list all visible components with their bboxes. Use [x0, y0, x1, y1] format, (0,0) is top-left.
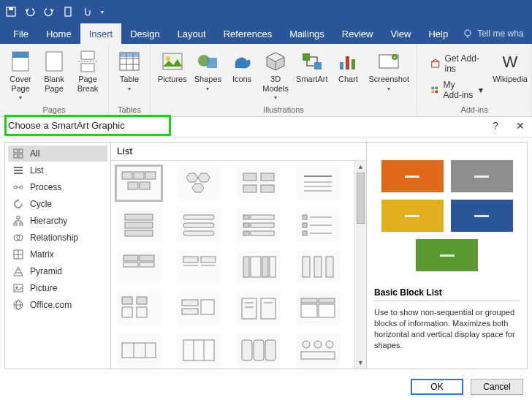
shapes-button[interactable]: Shapes▾	[191, 48, 224, 94]
svg-rect-1	[9, 7, 13, 10]
tab-layout[interactable]: Layout	[169, 23, 215, 44]
table-button[interactable]: Table▾	[113, 48, 145, 94]
touch-mode-button[interactable]	[79, 4, 95, 20]
svg-rect-46	[14, 223, 17, 225]
save-button[interactable]	[3, 4, 19, 20]
my-addins-button[interactable]: My Add-ins ▾	[426, 78, 487, 102]
page-break-button[interactable]: PageBreak	[72, 48, 104, 94]
category-all[interactable]: All	[8, 146, 107, 162]
category-relationship[interactable]: Relationship	[8, 230, 107, 246]
wikipedia-button[interactable]: W Wikipedia	[493, 48, 527, 105]
screenshot-button[interactable]: + Screenshot▾	[365, 48, 412, 94]
dialog-close-button[interactable]: ✕	[513, 120, 528, 135]
scroll-down-arrow[interactable]: ▼	[355, 357, 366, 369]
category-picture[interactable]: Picture	[8, 280, 107, 296]
preview-block	[381, 200, 444, 232]
undo-button[interactable]	[22, 4, 38, 20]
tab-mailings[interactable]: Mailings	[281, 23, 333, 44]
tab-view[interactable]: View	[381, 23, 419, 44]
thumb-square-accent[interactable]	[296, 208, 340, 241]
tab-references[interactable]: References	[215, 23, 281, 44]
thumb-tab-list[interactable]	[237, 208, 281, 241]
tell-me-search[interactable]: Tell me wha	[463, 23, 523, 44]
all-icon	[12, 148, 24, 159]
category-cycle[interactable]: Cycle	[8, 196, 107, 212]
category-hierarchy[interactable]: Hierarchy	[8, 213, 107, 229]
svg-rect-87	[251, 215, 274, 219]
tab-design[interactable]: Design	[121, 23, 168, 44]
svg-rect-135	[242, 340, 252, 361]
tab-insert[interactable]: Insert	[80, 23, 122, 44]
svg-point-140	[326, 341, 333, 348]
thumb-pie-process[interactable]	[237, 250, 281, 283]
tab-help[interactable]: Help	[419, 23, 457, 44]
cover-page-button[interactable]: CoverPage▾	[4, 48, 37, 102]
svg-rect-23	[340, 62, 343, 69]
cancel-button[interactable]: Cancel	[471, 379, 523, 395]
preview-pane: Basic Block List Use to show non-sequent…	[366, 143, 527, 369]
svg-rect-109	[270, 257, 276, 277]
qat-customize-caret[interactable]: ▾	[101, 9, 104, 15]
thumb-trapezoid[interactable]	[237, 333, 281, 366]
thumb-lined-list[interactable]	[296, 167, 340, 200]
thumb-stacked-list[interactable]	[117, 250, 161, 283]
category-matrix[interactable]: Matrix	[8, 246, 107, 263]
thumb-increasing-circle[interactable]	[177, 250, 221, 283]
scroll-up-arrow[interactable]: ▲	[355, 161, 366, 173]
svg-rect-136	[254, 340, 264, 361]
pictures-button[interactable]: Pictures	[155, 48, 190, 86]
thumb-varying-width[interactable]	[177, 208, 221, 241]
svg-rect-137	[265, 340, 276, 361]
svg-rect-111	[314, 257, 322, 277]
thumb-bending-picture[interactable]	[296, 250, 340, 283]
svg-rect-16	[120, 53, 139, 57]
get-addins-button[interactable]: Get Add-ins	[426, 51, 487, 76]
blank-page-button[interactable]: BlankPage	[38, 48, 70, 94]
category-process[interactable]: Process	[8, 179, 107, 195]
svg-rect-20	[207, 58, 217, 68]
thumb-vertical-box[interactable]	[117, 208, 161, 241]
svg-rect-94	[303, 223, 307, 227]
preview-desc: Use to show non-sequential or grouped bl…	[374, 307, 520, 350]
svg-marker-70	[198, 173, 210, 182]
svg-rect-108	[262, 257, 268, 277]
models3d-button[interactable]: 3DModels▾	[259, 48, 292, 102]
svg-marker-71	[192, 184, 204, 192]
thumb-horizontal-bullet[interactable]	[177, 292, 221, 325]
redo-button[interactable]	[41, 4, 57, 20]
tab-review[interactable]: Review	[333, 23, 382, 44]
category-office[interactable]: Office.com	[8, 297, 107, 313]
pyramid-icon	[12, 265, 24, 277]
thumb-segmented[interactable]	[117, 333, 161, 366]
relationship-icon	[12, 232, 24, 244]
chart-button[interactable]: Chart	[332, 48, 364, 86]
svg-point-18	[166, 56, 170, 61]
dialog-help-button[interactable]: ?	[488, 120, 503, 135]
new-doc-button[interactable]	[60, 4, 76, 20]
thumb-basic-block-list[interactable]	[117, 167, 161, 200]
svg-rect-98	[123, 255, 138, 261]
thumb-table-list[interactable]	[296, 292, 340, 325]
svg-rect-141	[301, 352, 335, 359]
thumb-alternating-hex[interactable]	[177, 167, 221, 200]
category-list[interactable]: List	[8, 162, 107, 178]
thumb-vertical-bracket[interactable]	[237, 292, 281, 325]
category-pyramid[interactable]: Pyramid	[8, 263, 107, 279]
icons-button[interactable]: Icons	[226, 48, 258, 86]
svg-rect-110	[303, 257, 310, 277]
tab-home[interactable]: Home	[37, 23, 80, 44]
ok-button[interactable]: OK	[411, 379, 463, 395]
gallery-scrollbar[interactable]: ▲ ▼	[354, 161, 366, 369]
cycle-icon	[12, 198, 24, 210]
svg-rect-101	[140, 263, 154, 267]
svg-rect-17	[163, 53, 182, 69]
thumb-descending[interactable]	[296, 333, 340, 366]
svg-point-139	[314, 341, 322, 348]
scroll-thumb[interactable]	[357, 173, 365, 224]
smartart-button[interactable]: SmartArt	[293, 48, 330, 86]
thumb-grouped-list[interactable]	[117, 292, 161, 325]
thumb-vertical-curved[interactable]	[177, 333, 221, 366]
tab-file[interactable]: File	[4, 23, 37, 44]
thumb-picture-caption[interactable]	[237, 167, 281, 200]
svg-text:W: W	[503, 53, 518, 70]
